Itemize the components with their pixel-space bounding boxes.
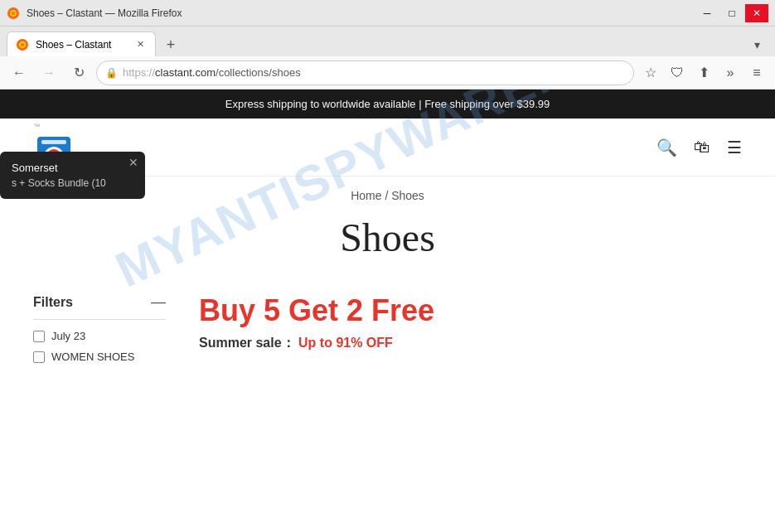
search-button[interactable]: 🔍 xyxy=(656,138,677,157)
cart-button[interactable]: 🛍 xyxy=(694,138,710,157)
share-button[interactable]: ⬆ xyxy=(692,61,715,85)
close-button[interactable]: ✕ xyxy=(745,4,768,22)
filter-item: July 23 xyxy=(33,330,166,342)
tooltip-product-name: Somerset xyxy=(12,162,133,174)
site-header: ™ ✕ Somerset s + Socks Bundle (10 🔍 🛍 ☰ … xyxy=(0,118,775,177)
url-text: https://clastant.com/collections/shoes xyxy=(123,66,625,79)
hamburger-menu-button[interactable]: ≡ xyxy=(745,61,768,85)
tooltip-product-desc: s + Socks Bundle (10 xyxy=(12,177,133,189)
tab-bar: Shoes – Clastant ✕ + ▾ xyxy=(0,27,775,56)
tooltip-close-button[interactable]: ✕ xyxy=(128,157,138,168)
extensions-button[interactable]: » xyxy=(719,61,742,85)
filter-july23-checkbox[interactable] xyxy=(33,331,45,342)
address-bar[interactable]: 🔒 https://clastant.com/collections/shoes xyxy=(96,60,634,85)
promo-subtitle-prefix: Summer sale： xyxy=(199,336,295,350)
url-scheme: https:// xyxy=(123,66,155,79)
forward-button[interactable]: → xyxy=(36,60,61,85)
navigation-bar: ← → ↻ 🔒 https://clastant.com/collections… xyxy=(0,56,775,89)
filters-title: Filters xyxy=(33,295,73,310)
promo-subtitle: Summer sale： Up to 91% OFF xyxy=(199,335,742,352)
logo-tm: ™ xyxy=(33,123,40,130)
filter-item: WOMEN SHOES xyxy=(33,351,166,363)
announcement-text: Express shipping to worldwide available … xyxy=(225,98,550,110)
breadcrumb-separator: / xyxy=(385,189,391,202)
window-title: Shoes – Clastant — Mozilla Firefox xyxy=(27,7,182,19)
back-button[interactable]: ← xyxy=(7,60,31,85)
filter-women-shoes-checkbox[interactable] xyxy=(33,351,45,363)
minimize-filters-button[interactable]: — xyxy=(151,293,166,311)
tab-label: Shoes – Clastant xyxy=(36,39,127,51)
promo-title: Buy 5 Get 2 Free xyxy=(199,293,742,328)
tooltip-popup: ✕ Somerset s + Socks Bundle (10 xyxy=(0,152,145,199)
sidebar-header: Filters — xyxy=(33,293,166,320)
page-content: Express shipping to worldwide available … xyxy=(0,89,775,532)
refresh-button[interactable]: ↻ xyxy=(66,60,91,85)
breadcrumb-current: Shoes xyxy=(391,189,424,202)
minimize-button[interactable]: ─ xyxy=(695,4,719,22)
breadcrumb-home[interactable]: Home xyxy=(351,189,381,202)
site-header-right: 🔍 🛍 ☰ xyxy=(656,138,742,157)
promo-subtitle-highlight: Up to 91% OFF xyxy=(298,336,393,350)
filter-women-shoes-label[interactable]: WOMEN SHOES xyxy=(51,351,134,363)
filter-july23-label[interactable]: July 23 xyxy=(51,330,85,342)
bookmark-button[interactable]: ☆ xyxy=(639,61,662,85)
firefox-icon xyxy=(7,7,20,20)
announcement-bar: Express shipping to worldwide available … xyxy=(0,89,775,118)
active-tab[interactable]: Shoes – Clastant ✕ xyxy=(7,31,156,56)
svg-rect-7 xyxy=(41,140,66,144)
title-bar: Shoes – Clastant — Mozilla Firefox ─ □ ✕ xyxy=(0,0,775,27)
tab-close-button[interactable]: ✕ xyxy=(133,38,147,51)
page-title: Shoes xyxy=(0,215,775,260)
url-path: /collections/shoes xyxy=(216,66,301,79)
maximize-button[interactable]: □ xyxy=(720,4,744,22)
new-tab-button[interactable]: + xyxy=(159,33,182,56)
svg-point-5 xyxy=(21,43,24,46)
tab-favicon xyxy=(16,38,29,51)
nav-menu-button[interactable]: ☰ xyxy=(727,138,742,157)
main-layout: Filters — July 23 WOMEN SHOES Buy 5 Get … xyxy=(0,277,775,388)
promo-section: Buy 5 Get 2 Free Summer sale： Up to 91% … xyxy=(199,293,742,371)
sidebar: Filters — July 23 WOMEN SHOES xyxy=(33,293,166,371)
shield-button[interactable]: 🛡 xyxy=(666,61,689,85)
tab-list-button[interactable]: ▾ xyxy=(745,33,768,56)
window-controls: ─ □ ✕ xyxy=(695,4,768,22)
svg-point-2 xyxy=(12,12,15,15)
url-domain: clastant.com xyxy=(155,66,216,79)
nav-right-icons: ☆ 🛡 ⬆ » ≡ xyxy=(639,61,768,85)
page-title-section: Shoes xyxy=(0,215,775,277)
lock-icon: 🔒 xyxy=(105,67,118,79)
